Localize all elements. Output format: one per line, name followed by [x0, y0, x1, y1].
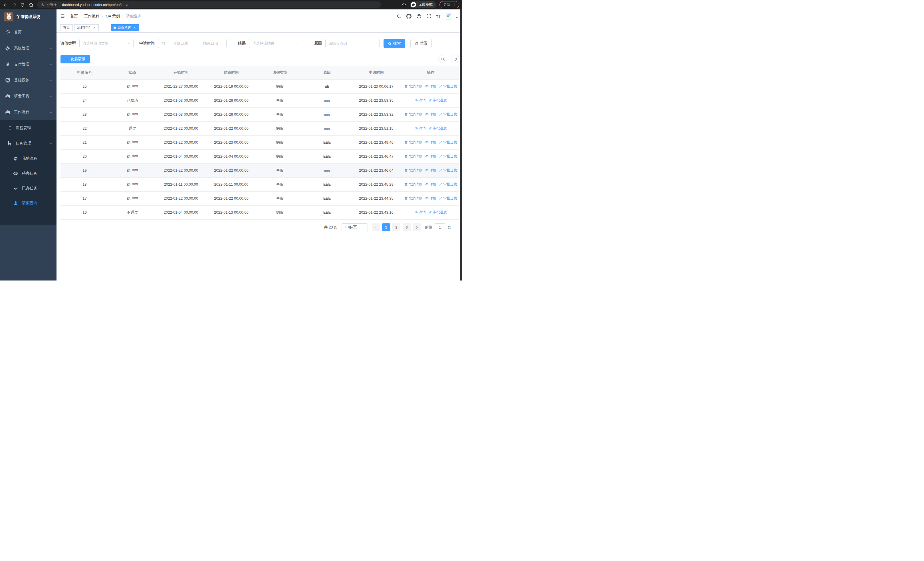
- cell-type: 病假: [256, 122, 303, 135]
- action-detail-link[interactable]: 详情: [425, 168, 436, 173]
- action-detail-link[interactable]: 详情: [415, 210, 426, 215]
- tab-home[interactable]: 首页: [60, 24, 73, 31]
- action-detail-link[interactable]: 详情: [415, 126, 426, 131]
- reason-input[interactable]: [325, 39, 380, 48]
- action-detail-link[interactable]: 详情: [425, 154, 436, 159]
- result-select[interactable]: 请选择流结果: [249, 39, 303, 48]
- sidebar-item-my-process[interactable]: 我的流程: [0, 151, 57, 166]
- sidebar-item-label: 待办任务: [22, 171, 38, 176]
- update-label: 更新: [443, 2, 450, 7]
- help-icon[interactable]: [416, 14, 422, 19]
- plus-icon: [65, 57, 69, 61]
- browser-home-icon[interactable]: [28, 2, 34, 8]
- sidebar-item-todo-tasks[interactable]: 待办任务: [0, 166, 57, 181]
- tab-close-icon[interactable]: ×: [93, 26, 96, 29]
- browser-back-icon[interactable]: [3, 2, 8, 8]
- page-button-2[interactable]: 2: [392, 223, 400, 232]
- create-leave-button[interactable]: 发起请假: [60, 55, 90, 63]
- action-cancel-link[interactable]: 取消请假: [404, 182, 422, 187]
- toggle-search-button[interactable]: [438, 54, 447, 63]
- prev-page-button[interactable]: [372, 223, 380, 232]
- action-cancel-link[interactable]: 取消请假: [404, 168, 422, 173]
- action-cancel-link[interactable]: 取消请假: [404, 140, 422, 145]
- action-progress-link[interactable]: 审批进度: [429, 126, 447, 131]
- cell-end: 2022-01-22 00:00:00: [206, 122, 256, 135]
- eye-icon: [425, 141, 429, 144]
- tab-leave-query[interactable]: 请假查询 ×: [111, 24, 139, 31]
- browser-menu-dots-icon[interactable]: [453, 3, 456, 7]
- refresh-table-button[interactable]: [451, 54, 459, 63]
- sidebar-item-leave-query[interactable]: 请假查询: [0, 196, 57, 211]
- date-start-placeholder[interactable]: 开始日期: [168, 41, 193, 46]
- apply-time-range-picker[interactable]: 开始日期 - 结束日期: [158, 39, 226, 48]
- action-cancel-link[interactable]: 取消请假: [404, 112, 422, 117]
- sidebar-item-done-tasks[interactable]: 已办任务: [0, 181, 57, 196]
- pagination-total: 共 23 条: [324, 225, 338, 230]
- cell-status: 处理中: [109, 107, 156, 122]
- action-progress-link[interactable]: 审批进度: [429, 210, 447, 215]
- sidebar-item-task-mgmt[interactable]: 任务管理: [0, 136, 57, 151]
- address-bar[interactable]: 不安全 dashboard.yudao.iocoder.cn/bpm/oa/le…: [37, 2, 381, 8]
- action-progress-link[interactable]: 审批进度: [439, 154, 457, 159]
- reset-button[interactable]: 重置: [410, 39, 432, 48]
- breadcrumb-item[interactable]: 工作流程: [84, 14, 100, 19]
- action-detail-link[interactable]: 详情: [425, 112, 436, 117]
- search-button[interactable]: 搜索: [384, 39, 405, 48]
- browser-reload-icon[interactable]: [20, 2, 25, 8]
- browser-scrollbar[interactable]: [460, 9, 462, 281]
- breadcrumb-item[interactable]: 首页: [70, 14, 78, 19]
- page-button-3[interactable]: 3: [403, 223, 411, 232]
- cell-applied: 2022-01-23 00:06:17: [350, 80, 402, 93]
- action-progress-link[interactable]: 审批进度: [439, 182, 457, 187]
- date-end-placeholder[interactable]: 结束日期: [198, 41, 224, 46]
- action-detail-link[interactable]: 详情: [425, 182, 436, 187]
- action-detail-link[interactable]: 详情: [425, 140, 436, 145]
- github-icon[interactable]: [406, 14, 411, 19]
- cell-start: 2022-01-22 00:00:00: [156, 163, 206, 177]
- sidebar-item-workflow[interactable]: 工作流程: [0, 104, 57, 120]
- bookmark-star-icon[interactable]: [402, 2, 406, 7]
- tab-close-icon[interactable]: ×: [133, 26, 136, 29]
- logo-row[interactable]: 芋道管理系统: [0, 9, 57, 24]
- action-progress-link[interactable]: 审批进度: [439, 196, 457, 201]
- search-button-label: 搜索: [393, 41, 400, 46]
- trash-icon: [404, 141, 408, 144]
- incognito-icon: [411, 3, 415, 7]
- sidebar-item-payment[interactable]: ¥支付管理: [0, 56, 57, 72]
- action-progress-link[interactable]: 审批进度: [439, 140, 457, 145]
- action-cancel-link[interactable]: 取消请假: [404, 84, 422, 89]
- action-detail-link[interactable]: 详情: [415, 98, 426, 103]
- breadcrumb-item[interactable]: OA 示例: [106, 14, 120, 19]
- update-button[interactable]: 更新: [440, 1, 459, 8]
- action-detail-link[interactable]: 详情: [425, 196, 436, 201]
- action-progress-link[interactable]: 审批进度: [439, 84, 457, 89]
- action-progress-link[interactable]: 审批进度: [439, 168, 457, 173]
- browser-forward-icon[interactable]: [11, 2, 16, 8]
- sidebar-item-process-mgmt[interactable]: 流程管理: [0, 120, 57, 136]
- sidebar-item-devtools[interactable]: 研发工具: [0, 88, 57, 104]
- action-cancel-link[interactable]: 取消请假: [404, 196, 422, 201]
- page-button-1[interactable]: 1: [382, 223, 390, 232]
- avatar-caret-icon[interactable]: [455, 16, 458, 19]
- action-progress-link[interactable]: 审批进度: [429, 98, 447, 103]
- action-cancel-link[interactable]: 取消请假: [404, 154, 422, 159]
- goto-page-input[interactable]: [435, 223, 445, 232]
- security-warning-icon[interactable]: [40, 3, 44, 7]
- sidebar-item-home[interactable]: 首页: [0, 24, 57, 40]
- action-progress-link[interactable]: 审批进度: [439, 112, 457, 117]
- cell-type: 事假: [256, 163, 303, 177]
- leave-type-select[interactable]: 请选择请假类型: [80, 39, 134, 48]
- page-size-select[interactable]: 10条/页: [342, 223, 368, 232]
- next-page-button[interactable]: [413, 223, 421, 232]
- pen-icon: [439, 141, 442, 144]
- sidebar-toggle-icon[interactable]: [60, 14, 66, 19]
- pen-icon: [439, 113, 442, 116]
- action-detail-link[interactable]: 详情: [425, 84, 436, 89]
- sidebar-item-infra[interactable]: 基础设施: [0, 72, 57, 88]
- header-search-icon[interactable]: [396, 14, 402, 19]
- avatar[interactable]: [446, 13, 452, 20]
- font-size-icon[interactable]: TT: [436, 14, 441, 18]
- sidebar-item-system[interactable]: 系统管理: [0, 40, 57, 56]
- tab-process-detail[interactable]: 流程详情 ×: [74, 24, 99, 31]
- fullscreen-icon[interactable]: [426, 14, 432, 19]
